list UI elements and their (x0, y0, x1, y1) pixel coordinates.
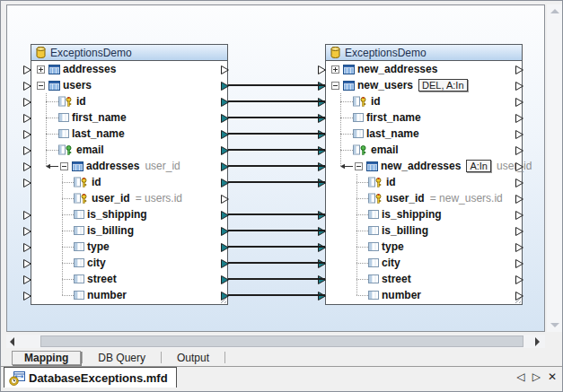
connected-input-connector[interactable] (318, 291, 326, 303)
unconnected-input-connector[interactable] (23, 65, 31, 77)
mapping-connection[interactable] (228, 100, 325, 102)
unconnected-output-connector[interactable] (515, 242, 523, 255)
unconnected-output-connector[interactable] (221, 65, 229, 77)
connected-output-connector[interactable] (221, 178, 229, 190)
unconnected-output-connector[interactable] (515, 97, 523, 109)
scroll-up-button[interactable] (547, 4, 562, 18)
view-tab-bar: Mapping DB Query Output (6, 350, 545, 365)
unconnected-input-connector[interactable] (23, 274, 31, 287)
unconnected-output-connector[interactable] (515, 129, 523, 142)
unconnected-input-connector[interactable] (23, 210, 31, 222)
connected-output-connector[interactable] (221, 258, 229, 271)
unconnected-output-connector[interactable] (515, 161, 523, 174)
connected-output-connector[interactable] (221, 161, 229, 174)
unconnected-input-connector[interactable] (23, 81, 31, 93)
unconnected-output-connector[interactable] (515, 226, 523, 239)
unconnected-input-connector[interactable] (23, 178, 31, 190)
connected-input-connector[interactable] (318, 226, 326, 239)
unconnected-input-connector[interactable] (23, 226, 31, 239)
connected-output-connector[interactable] (221, 145, 229, 158)
tab-mapping[interactable]: Mapping (12, 351, 81, 365)
unconnected-input-connector[interactable] (23, 129, 31, 142)
unconnected-output-connector[interactable] (515, 113, 523, 126)
unconnected-output-connector[interactable] (515, 81, 523, 93)
connected-input-connector[interactable] (318, 242, 326, 255)
connected-input-connector[interactable] (318, 81, 326, 93)
connected-input-connector[interactable] (318, 274, 326, 287)
mapping-connection[interactable] (228, 262, 325, 264)
document-tab-bar: DatabaseExceptions.mfd ◁ ▷ ✕ (1, 366, 563, 388)
mapping-connection[interactable] (228, 181, 325, 183)
unconnected-input-connector[interactable] (23, 291, 31, 303)
mapping-connection[interactable] (228, 84, 325, 86)
unconnected-output-connector[interactable] (515, 274, 523, 287)
connected-input-connector[interactable] (318, 145, 326, 158)
scroll-right-button[interactable] (531, 335, 545, 348)
scrollbar-corner (547, 335, 562, 348)
mapping-connection[interactable] (228, 117, 325, 118)
connections-overlay (7, 5, 544, 331)
mapping-connection[interactable] (228, 133, 325, 135)
unconnected-input-connector[interactable] (23, 258, 31, 271)
connected-input-connector[interactable] (318, 161, 326, 174)
mapping-connection[interactable] (228, 213, 325, 215)
connected-output-connector[interactable] (221, 242, 229, 255)
horizontal-scrollbar[interactable] (6, 335, 545, 348)
unconnected-input-connector[interactable] (23, 97, 31, 109)
connected-output-connector[interactable] (221, 113, 229, 126)
mapping-connection[interactable] (228, 294, 325, 296)
unconnected-input-connector[interactable] (318, 65, 326, 77)
mfd-file-icon (9, 371, 25, 386)
mapping-connection[interactable] (228, 230, 325, 231)
unconnected-output-connector[interactable] (515, 258, 523, 271)
connected-output-connector[interactable] (221, 291, 229, 303)
previous-document-button[interactable]: ◁ (516, 370, 524, 383)
mapping-connection[interactable] (228, 278, 325, 280)
window-bottom-strip (1, 388, 563, 392)
mapping-connection[interactable] (228, 165, 325, 167)
connected-output-connector[interactable] (221, 226, 229, 239)
connected-output-connector[interactable] (221, 210, 229, 222)
unconnected-input-connector[interactable] (23, 161, 31, 174)
unconnected-input-connector[interactable] (23, 242, 31, 255)
file-tab-database-exceptions[interactable]: DatabaseExceptions.mfd (4, 367, 177, 388)
horizontal-scroll-thumb[interactable] (40, 335, 523, 347)
scroll-left-button[interactable] (6, 335, 21, 348)
unconnected-output-connector[interactable] (515, 210, 523, 222)
connected-input-connector[interactable] (318, 113, 326, 126)
mapping-connection[interactable] (228, 149, 325, 151)
mapping-canvas: ExceptionsDemoaddressesusersidfirst_name… (6, 4, 545, 332)
close-document-button[interactable]: ✕ (548, 370, 557, 383)
tab-separator (161, 352, 162, 363)
mapforce-window: ExceptionsDemoaddressesusersidfirst_name… (0, 0, 563, 392)
connected-input-connector[interactable] (318, 210, 326, 222)
vertical-scrollbar[interactable] (547, 4, 562, 332)
connected-output-connector[interactable] (221, 129, 229, 142)
unconnected-output-connector[interactable] (515, 145, 523, 158)
connected-input-connector[interactable] (318, 258, 326, 271)
connected-input-connector[interactable] (318, 178, 326, 190)
unconnected-output-connector[interactable] (515, 65, 523, 77)
unconnected-output-connector[interactable] (515, 178, 523, 190)
unconnected-input-connector[interactable] (23, 145, 31, 158)
file-tab-label: DatabaseExceptions.mfd (29, 371, 168, 385)
unconnected-output-connector[interactable] (515, 194, 523, 206)
tab-db-query[interactable]: DB Query (84, 351, 160, 365)
connected-input-connector[interactable] (318, 129, 326, 142)
tab-separator (224, 352, 225, 363)
tab-output[interactable]: Output (163, 351, 224, 365)
connected-output-connector[interactable] (221, 274, 229, 287)
unconnected-input-connector[interactable] (23, 113, 31, 126)
unconnected-output-connector[interactable] (515, 291, 523, 303)
connected-input-connector[interactable] (318, 97, 326, 109)
connected-output-connector[interactable] (221, 97, 229, 109)
connected-output-connector[interactable] (221, 81, 229, 93)
tab-separator (82, 352, 83, 363)
next-document-button[interactable]: ▷ (532, 370, 541, 383)
scroll-down-button[interactable] (547, 318, 562, 332)
unconnected-output-connector[interactable] (221, 194, 229, 206)
mapping-connection[interactable] (228, 246, 325, 248)
